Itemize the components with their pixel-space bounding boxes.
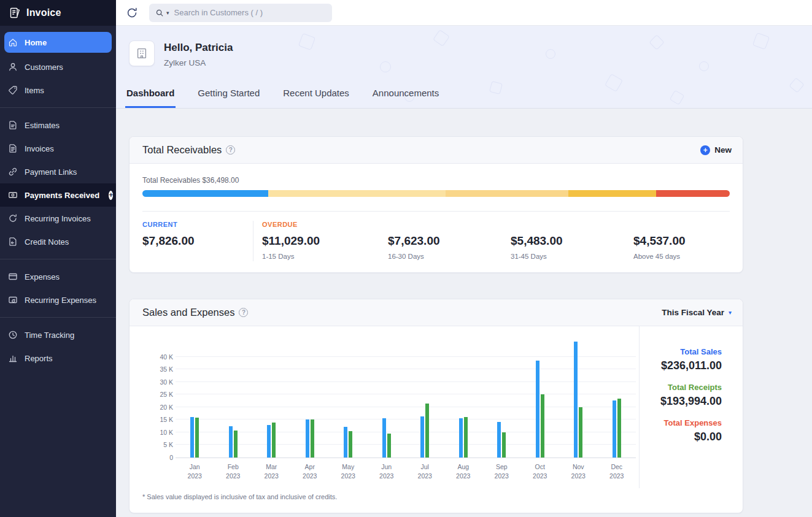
sidebar-divider	[0, 317, 116, 318]
reports-icon	[8, 353, 18, 363]
sales-bar	[574, 342, 578, 458]
receivables-card-header: Total Receivables ? + New	[130, 137, 743, 164]
building-icon	[135, 47, 149, 60]
sidebar-item-items[interactable]: Items	[0, 79, 116, 102]
bar-group-aug-2023	[444, 342, 483, 458]
bar-group-jan-2023	[176, 342, 214, 458]
sidebar-item-estimates[interactable]: Estimates	[0, 113, 116, 137]
plus-circle-icon[interactable]: +	[109, 191, 113, 200]
stat-label	[388, 221, 511, 229]
tab-dashboard[interactable]: Dashboard	[125, 88, 176, 108]
tab-announcements[interactable]: Announcements	[371, 88, 440, 108]
hero-banner: Hello, Patricia Zylker USA DashboardGett…	[116, 26, 812, 109]
receipts-bar	[541, 394, 544, 458]
bar-group-feb-2023	[214, 342, 253, 458]
sidebar-item-customers[interactable]: Customers	[0, 55, 116, 79]
overdue-column-4: $4,537.00Above 45 days	[633, 221, 730, 261]
bar-group-jun-2023	[368, 342, 406, 458]
decorative-doodle	[605, 74, 623, 92]
sidebar-item-expenses[interactable]: Expenses	[0, 265, 116, 288]
bar-group-mar-2023	[252, 342, 291, 458]
search-scope-chevron-icon[interactable]: ▾	[166, 10, 169, 16]
sidebar-item-invoices[interactable]: Invoices	[0, 137, 116, 160]
receipts-bar	[387, 434, 391, 458]
sales-bar	[459, 418, 463, 458]
org-avatar[interactable]	[129, 40, 155, 66]
main-area: ▾ Hello, Patricia Zylker USA DashboardGe…	[116, 0, 812, 517]
total-label: Total Receipts	[640, 383, 722, 392]
total-amount: $236,011.00	[640, 359, 722, 372]
aging-segment	[656, 190, 730, 197]
sidebar-item-payment-links[interactable]: Payment Links	[0, 160, 116, 183]
recurring-expenses-icon	[8, 295, 18, 305]
y-axis-tick: 20 K	[145, 404, 173, 411]
aging-progress-bar	[142, 190, 730, 197]
sidebar-item-time-tracking[interactable]: Time Tracking	[0, 323, 116, 347]
sidebar-item-recurring-invoices[interactable]: Recurring Invoices	[0, 207, 116, 230]
global-search[interactable]: ▾	[149, 4, 332, 22]
stat-amount: $11,029.00	[262, 234, 388, 248]
topbar: ▾	[116, 0, 812, 26]
hero-user: Hello, Patricia Zylker USA	[129, 40, 233, 67]
sales-bar	[229, 426, 233, 458]
sidebar-divider	[0, 107, 116, 108]
y-axis-tick: 40 K	[145, 353, 173, 361]
y-axis-tick: 15 K	[145, 416, 173, 423]
total-total-expenses: Total Expenses$0.00	[640, 418, 722, 443]
stat-label: OVERDUE	[262, 221, 388, 229]
payments-received-icon	[8, 190, 18, 200]
help-icon[interactable]: ?	[226, 145, 235, 155]
time-tracking-icon	[8, 330, 18, 340]
fiscal-year-selector[interactable]: This Fiscal Year ▾	[662, 308, 732, 317]
x-axis-label: Oct2023	[521, 462, 560, 481]
payment-links-icon	[8, 167, 18, 177]
history-refresh-icon[interactable]	[126, 7, 138, 19]
estimates-icon	[8, 120, 18, 130]
total-receivables-card: Total Receivables ? + New Total Receivab…	[129, 136, 743, 273]
new-button[interactable]: + New	[700, 145, 732, 155]
totals-panel: Total Sales$236,011.00Total Receipts$193…	[639, 326, 743, 488]
stat-amount: $4,537.00	[633, 234, 730, 248]
sidebar-item-label: Payment Links	[25, 167, 77, 177]
home-icon	[8, 37, 18, 47]
customers-icon	[8, 62, 18, 72]
x-axis-label: Jan2023	[176, 462, 214, 481]
app-root: Invoice HomeCustomersItemsEstimatesInvoi…	[0, 0, 812, 517]
sales-bar	[190, 417, 194, 458]
tab-recent-updates[interactable]: Recent Updates	[282, 88, 350, 108]
search-input[interactable]	[174, 8, 326, 17]
y-axis-tick: 5 K	[145, 441, 173, 448]
decorative-doodle	[670, 90, 685, 105]
stat-amount: $5,483.00	[511, 234, 633, 248]
sidebar-item-reports[interactable]: Reports	[0, 347, 116, 370]
decorative-doodle	[699, 61, 709, 71]
stat-label	[633, 221, 730, 229]
sidebar-item-label: Estimates	[25, 121, 60, 130]
sales-chart: 05 K10 K15 K20 K25 K30 K35 K40 K Jan2023…	[130, 326, 639, 488]
company-name: Zylker USA	[164, 58, 233, 67]
stat-label: CURRENT	[142, 221, 253, 229]
sidebar-item-payments-received[interactable]: Payments Received+	[0, 183, 116, 207]
tab-getting-started[interactable]: Getting Started	[196, 88, 261, 108]
sidebar-divider	[0, 259, 116, 259]
decorative-doodle	[489, 81, 503, 94]
recurring-invoices-icon	[8, 213, 18, 223]
bar-group-oct-2023	[521, 342, 560, 458]
sidebar-item-label: Credit Notes	[25, 237, 69, 247]
sidebar-item-home[interactable]: Home	[4, 32, 112, 53]
receipts-bar	[617, 399, 621, 458]
expenses-icon	[8, 272, 18, 281]
decorative-doodle	[649, 34, 664, 50]
sales-bar	[306, 419, 309, 458]
y-axis-tick: 30 K	[145, 378, 173, 386]
greeting-text: Hello, Patricia	[164, 42, 233, 54]
hero-text: Hello, Patricia Zylker USA	[164, 40, 233, 67]
items-icon	[8, 85, 18, 95]
help-icon[interactable]: ?	[239, 308, 248, 317]
sales-footnote: * Sales value displayed is inclusive of …	[130, 488, 743, 513]
sidebar-item-label: Invoices	[25, 144, 54, 153]
receipts-bar	[311, 419, 314, 458]
sidebar-item-credit-notes[interactable]: Credit Notes	[0, 230, 116, 253]
overdue-column-3: $5,483.0031-45 Days	[511, 221, 633, 261]
sidebar-item-recurring-expenses[interactable]: Recurring Expenses	[0, 288, 116, 312]
